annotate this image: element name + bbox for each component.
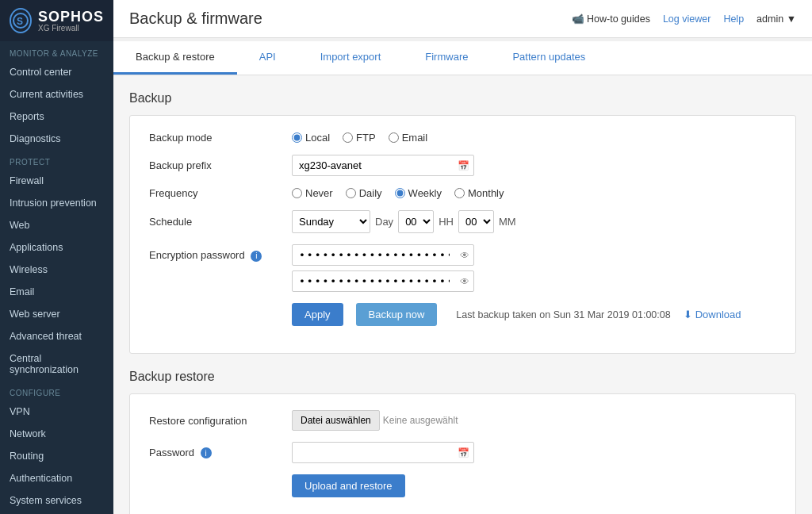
- frequency-control: Never Daily Weekly: [292, 187, 504, 199]
- schedule-hh-select[interactable]: 00 01 06 12 18: [398, 210, 434, 233]
- backup-prefix-row: Backup prefix 📅: [149, 155, 776, 176]
- sophos-logo-icon: S: [10, 8, 32, 33]
- encryption-password-control: 👁 👁: [292, 244, 474, 292]
- schedule-mm-select[interactable]: 00 15 30 45: [458, 210, 494, 233]
- show-password-icon-1[interactable]: 👁: [460, 250, 469, 261]
- backup-mode-email[interactable]: Email: [389, 132, 428, 144]
- apply-button[interactable]: Apply: [292, 303, 343, 326]
- encryption-info-icon[interactable]: i: [251, 251, 262, 262]
- sophos-brand: SOPHOS: [38, 9, 104, 25]
- restore-card: Restore configuration Datei auswählen Ke…: [129, 393, 796, 514]
- encryption-password-row: Encryption password i 👁: [149, 244, 776, 292]
- encryption-password-label: Encryption password i: [149, 244, 292, 262]
- sidebar-item-email[interactable]: Email: [0, 281, 113, 303]
- hh-label: HH: [439, 216, 454, 228]
- sidebar-item-intrusion-prevention[interactable]: Intrusion prevention: [0, 192, 113, 214]
- sidebar-item-wireless[interactable]: Wireless: [0, 259, 113, 281]
- schedule-label: Schedule: [149, 216, 292, 228]
- protect-section-label: PROTECT: [0, 150, 113, 170]
- tab-backup-restore[interactable]: Backup & restore: [113, 41, 237, 75]
- restore-file-control: Datei auswählen Keine ausgewählt: [292, 410, 458, 431]
- backup-mode-row: Backup mode Local FTP: [149, 132, 776, 144]
- frequency-never[interactable]: Never: [292, 187, 333, 199]
- main-content: Backup & restore API Import export Firmw…: [113, 41, 812, 514]
- restore-password-icon: 📅: [458, 447, 469, 458]
- restore-password-input[interactable]: [292, 442, 474, 463]
- sidebar-item-reports[interactable]: Reports: [0, 105, 113, 128]
- monitor-section-label: MONITOR & ANALYZE: [0, 41, 113, 61]
- sidebar-item-firewall[interactable]: Firewall: [0, 170, 113, 192]
- schedule-row: Schedule Sunday Monday Tuesday Wednesday…: [149, 210, 776, 233]
- backup-mode-local[interactable]: Local: [292, 132, 330, 144]
- backup-now-button[interactable]: Backup now: [356, 303, 438, 326]
- restore-config-label: Restore configuration: [149, 415, 292, 427]
- sidebar-item-routing[interactable]: Routing: [0, 445, 113, 467]
- sidebar-item-web-server[interactable]: Web server: [0, 303, 113, 325]
- sidebar-item-web[interactable]: Web: [0, 214, 113, 236]
- day-label: Day: [375, 216, 393, 228]
- sidebar-item-central-sync[interactable]: Central synchronization: [0, 347, 113, 381]
- last-backup-text: Last backup taken on Sun 31 Mar 2019 01:…: [456, 309, 670, 320]
- sidebar-item-applications[interactable]: Applications: [0, 236, 113, 259]
- tab-firmware[interactable]: Firmware: [403, 41, 490, 75]
- calendar-icon: 📅: [458, 160, 469, 171]
- tabs-bar: Backup & restore API Import export Firmw…: [113, 41, 812, 75]
- backup-prefix-input[interactable]: [292, 155, 474, 176]
- backup-mode-label: Backup mode: [149, 132, 292, 144]
- log-viewer-link[interactable]: Log viewer: [663, 13, 710, 25]
- sidebar-item-control-center[interactable]: Control center: [0, 61, 113, 83]
- file-none-text: Keine ausgewählt: [383, 415, 458, 426]
- tab-import-export[interactable]: Import export: [298, 41, 404, 75]
- encryption-password-input-2[interactable]: [292, 270, 474, 292]
- svg-text:S: S: [17, 16, 23, 27]
- upload-row: Upload and restore: [149, 474, 776, 497]
- sidebar: MONITOR & ANALYZE Control center Current…: [0, 41, 113, 514]
- mm-label: MM: [499, 216, 516, 228]
- file-choose-button[interactable]: Datei auswählen: [292, 410, 380, 431]
- backup-section-title: Backup: [129, 91, 796, 105]
- frequency-label: Frequency: [149, 187, 292, 199]
- sidebar-item-advanced-threat[interactable]: Advanced threat: [0, 325, 113, 347]
- restore-password-control: 📅: [292, 442, 474, 463]
- sidebar-item-authentication[interactable]: Authentication: [0, 467, 113, 489]
- frequency-weekly[interactable]: Weekly: [395, 187, 442, 199]
- admin-dropdown[interactable]: admin ▼: [756, 13, 796, 25]
- help-link[interactable]: Help: [723, 13, 744, 25]
- frequency-row: Frequency Never Daily: [149, 187, 776, 199]
- restore-section-title: Backup restore: [129, 370, 796, 384]
- encryption-password-input-1[interactable]: [292, 244, 474, 266]
- sidebar-item-network[interactable]: Network: [0, 423, 113, 445]
- frequency-daily[interactable]: Daily: [346, 187, 382, 199]
- download-link[interactable]: ⬇ Download: [684, 309, 741, 320]
- restore-config-row: Restore configuration Datei auswählen Ke…: [149, 410, 776, 431]
- backup-mode-control: Local FTP Email: [292, 132, 427, 144]
- how-to-guides-link[interactable]: 📹 How-to guides: [572, 13, 650, 25]
- header-links: 📹 How-to guides Log viewer Help admin ▼: [572, 13, 796, 25]
- action-row: Apply Backup now Last backup taken on Su…: [149, 303, 776, 326]
- backup-prefix-label: Backup prefix: [149, 159, 292, 171]
- page-title: Backup & firmware: [129, 10, 262, 28]
- configure-section-label: CONFIGURE: [0, 381, 113, 401]
- restore-password-row: Password i 📅: [149, 442, 776, 463]
- backup-mode-ftp[interactable]: FTP: [343, 132, 376, 144]
- restore-password-label: Password i: [149, 447, 292, 459]
- sidebar-item-vpn[interactable]: VPN: [0, 401, 113, 423]
- restore-password-info-icon[interactable]: i: [201, 447, 212, 458]
- camera-icon: 📹: [572, 13, 584, 25]
- sidebar-item-system-services[interactable]: System services: [0, 489, 113, 512]
- sidebar-item-diagnostics[interactable]: Diagnostics: [0, 128, 113, 150]
- download-icon: ⬇: [684, 309, 692, 320]
- sidebar-item-current-activities[interactable]: Current activities: [0, 83, 113, 105]
- show-password-icon-2[interactable]: 👁: [460, 276, 469, 287]
- backup-prefix-control: 📅: [292, 155, 474, 176]
- schedule-control: Sunday Monday Tuesday Wednesday Thursday…: [292, 210, 516, 233]
- tab-api[interactable]: API: [237, 41, 298, 75]
- tab-pattern-updates[interactable]: Pattern updates: [490, 41, 607, 75]
- admin-chevron-icon: ▼: [787, 13, 796, 25]
- schedule-day-select[interactable]: Sunday Monday Tuesday Wednesday Thursday…: [292, 210, 370, 233]
- upload-restore-button[interactable]: Upload and restore: [292, 474, 405, 497]
- frequency-monthly[interactable]: Monthly: [454, 187, 504, 199]
- backup-card: Backup mode Local FTP: [129, 115, 796, 354]
